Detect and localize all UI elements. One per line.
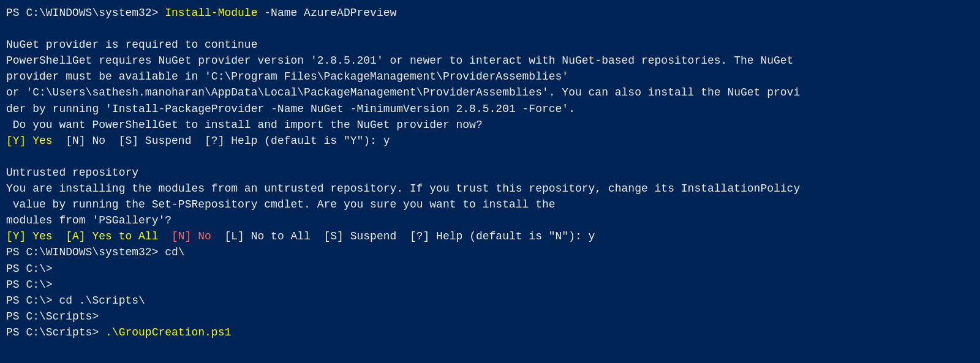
prompt-yn-yes: [Y] Yes [A] Yes to All: [6, 230, 172, 242]
prompt-y-yes: Yes: [32, 135, 52, 147]
prompt-scripts: PS C:\Scripts>: [6, 326, 105, 339]
line-run-script: PS C:\Scripts> .\GroupCreation.ps1: [6, 324, 974, 340]
line-untrusted-header: Untrusted repository: [6, 165, 974, 181]
prompt-1: PS C:\WINDOWS\system32>: [6, 7, 165, 19]
terminal-window: PS C:\WINDOWS\system32> Install-Module -…: [0, 0, 980, 363]
line-nuget-3: provider must be available in 'C:\Progra…: [6, 69, 974, 84]
prompt-yn-no: [N] No: [172, 230, 211, 242]
line-nuget-4: or 'C:\Users\sathesh.manoharan\AppData\L…: [6, 84, 974, 100]
prompt-yn-rest: [L] No to All [S] Suspend [?] Help (defa…: [211, 230, 595, 242]
line-1: PS C:\WINDOWS\system32> Install-Module -…: [6, 5, 974, 21]
line-cd-scripts: PS C:\> cd .\Scripts\: [6, 293, 974, 309]
line-cd-back: PS C:\WINDOWS\system32> cd\: [6, 244, 974, 260]
prompt-y-rest: [N] No [S] Suspend [?] Help (default is …: [53, 135, 390, 147]
line-prompt-y: [Y] Yes [N] No [S] Suspend [?] Help (def…: [6, 133, 974, 149]
param-name: -Name AzureADPreview: [257, 7, 396, 19]
line-nuget-6: Do you want PowerShellGet to install and…: [6, 117, 974, 133]
line-ps-root-1: PS C:\>: [6, 261, 974, 277]
cmd-install-module: Install-Module: [165, 7, 257, 19]
line-untrusted-4: modules from 'PSGallery'?: [6, 212, 974, 228]
line-blank-2: [6, 149, 974, 165]
line-untrusted-2: You are installing the modules from an u…: [6, 181, 974, 196]
line-ps-scripts: PS C:\Scripts>: [6, 309, 974, 324]
prompt-y-bracket: [Y]: [6, 135, 32, 147]
line-blank-1: [6, 21, 974, 37]
line-prompt-yn: [Y] Yes [A] Yes to All [N] No [L] No to …: [6, 228, 974, 244]
line-nuget-2: PowerShellGet requires NuGet provider ve…: [6, 53, 974, 69]
line-nuget-5: der by running 'Install-PackageProvider …: [6, 101, 974, 117]
line-untrusted-3: value by running the Set-PSRepository cm…: [6, 196, 974, 212]
line-nuget-header: NuGet provider is required to continue: [6, 37, 974, 53]
script-name: .\GroupCreation.ps1: [105, 326, 231, 339]
line-ps-root-2: PS C:\>: [6, 277, 974, 293]
